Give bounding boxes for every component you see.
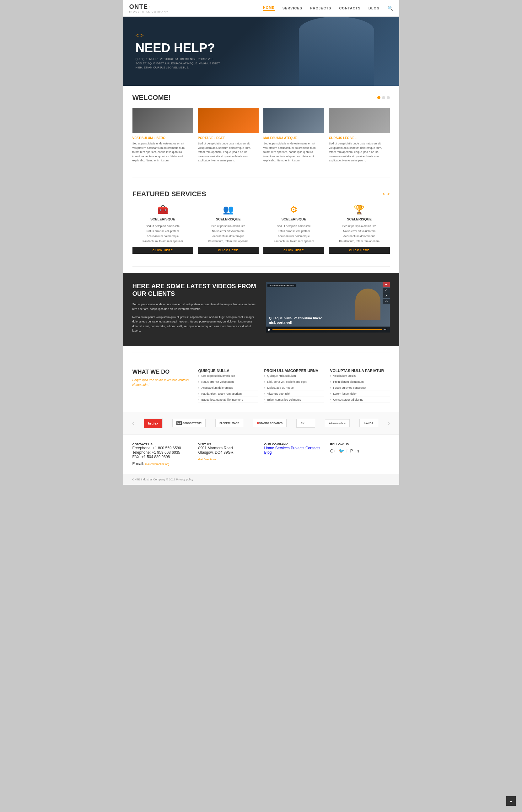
footer-directions-link[interactable]: Get Directions (198, 458, 258, 461)
partner-logo-7[interactable]: LAURA (359, 419, 378, 427)
partners-next-btn[interactable]: › (388, 420, 389, 426)
list-item: Nisl, porta vel, scelerisque eget (264, 379, 324, 385)
nav-home[interactable]: HOME (263, 6, 275, 11)
partners-prev-btn[interactable]: ‹ (133, 420, 134, 426)
service-list-item: Accusantium doloremque (329, 234, 390, 239)
video-watch-btn[interactable]: ⏱ (383, 288, 389, 293)
service-click-btn-2[interactable]: CLICK HERE (198, 247, 259, 254)
partner-logo-3[interactable]: ELSBETH MARS (215, 419, 243, 427)
dot-3[interactable] (387, 96, 390, 99)
social-twitter-icon[interactable]: 🐦 (339, 449, 344, 453)
card-link-4[interactable]: CURSUS LEO VEL (329, 136, 390, 140)
list-item: Malesuada at, neque (264, 385, 324, 391)
list-item: Vestibulum iaculis (330, 373, 390, 379)
partner-logo-4[interactable]: KSTANTO CREATIVO (253, 419, 286, 427)
nav-services[interactable]: SERVICES (282, 6, 302, 10)
header: ONTE° INDUSTRIAL COMPANY HOME SERVICES P… (123, 0, 399, 17)
service-list-item: Kaudantium, totam rem aperiam (198, 239, 259, 244)
video-thumbnail: Insurance from Fidel Alimi ❤ ⏱ ↗ </> Qui… (266, 282, 390, 333)
service-card-2: 👥 SCELERISQUE Sed ut perspicia omnis ist… (198, 204, 259, 254)
card-text-2: Sed ut perspiciatis unde oste natus err … (198, 142, 259, 163)
hero-description: QUISQUE NULLA. VESTIBULUM LIBERO NISL, P… (136, 57, 223, 70)
service-list-item: Accusantium doloremque (263, 234, 324, 239)
logo-sub: INDUSTRIAL COMPANY (129, 11, 168, 13)
service-icon-2: 👥 (198, 204, 259, 215)
service-list-item: Accusantium doloremque (198, 234, 259, 239)
partner-logo-2[interactable]: M4 CONSECTETUR (172, 419, 206, 427)
service-name-4: SCELERISQUE (329, 217, 390, 221)
service-list-item: Kaudantium, totam rem aperiam (263, 239, 324, 244)
services-nav-icons[interactable]: < > (382, 191, 389, 197)
service-list-4: Sed ut perspicia omnis iste Natus error … (329, 223, 390, 244)
card-text-1: Sed ut perspiciatis unde oste natus err … (133, 142, 193, 163)
footer-company-blog[interactable]: Blog (264, 450, 272, 455)
videos-section: HERE ARE SOME LATEST VIDEOS FROM OUR CLI… (123, 273, 399, 346)
list-item: Vivamus eget nibh (264, 391, 324, 397)
card-link-2[interactable]: PORTA VEL EGET (198, 136, 259, 140)
whatwedo-grid: WHAT WE DO Eaque ipsa uae ab illo invent… (133, 369, 390, 403)
search-icon[interactable]: 🔍 (388, 6, 393, 11)
footer-company-contacts[interactable]: Contacts (305, 446, 320, 450)
social-facebook-icon[interactable]: f (346, 449, 348, 453)
whatwedo-col1: QUISQUE NULLA Sed ut perspicia omnis ist… (198, 369, 258, 403)
hero-arrows-icon: < > (136, 32, 223, 39)
footer: CONTACT US Freephone: +1 800 559 6580 Te… (123, 434, 399, 474)
partner-logo-5[interactable]: SK (296, 419, 315, 428)
list-item: Sed ut perspicia omnis iste (198, 373, 258, 379)
footer-company-projects[interactable]: Projects (291, 446, 304, 450)
list-item: Lorem ipsum dolor (330, 391, 390, 397)
nav-projects[interactable]: PROJECTS (310, 6, 331, 10)
progress-bar[interactable] (273, 330, 382, 330)
play-icon[interactable]: ▶ (268, 328, 271, 331)
card-link-3[interactable]: MALESUADA ATEQUE (263, 136, 324, 140)
video-controls: ▶ HD (266, 326, 390, 333)
videos-desc-2: Nemo enim ipsum voluptatem quia oluptas … (133, 315, 257, 333)
nav-contacts[interactable]: CONTACTS (339, 6, 360, 10)
card-image-3 (263, 108, 324, 133)
service-name-1: SCELERISQUE (133, 217, 193, 221)
video-time: HD (384, 328, 387, 331)
service-click-btn-3[interactable]: CLICK HERE (263, 247, 324, 254)
video-share-btn[interactable]: ↗ (383, 293, 389, 298)
whatwedo-col2-heading: PROIN ULLAMCORPER URNA (264, 369, 324, 373)
video-player[interactable]: Insurance from Fidel Alimi ❤ ⏱ ↗ </> Qui… (266, 282, 390, 333)
card-text-4: Sed ut perspiciatis unde oste natus err … (329, 142, 390, 163)
service-list-item: Kaudantium, totam rem aperiam (133, 239, 193, 244)
list-item: Fusce euismod consequat (330, 385, 390, 391)
service-list-item: Natus error sit voluptatem (198, 229, 259, 234)
divider-3 (133, 353, 390, 353)
service-list-item: Sed ut perspicia omnis iste (329, 223, 390, 229)
social-google-plus-icon[interactable]: G+ (330, 449, 336, 453)
list-item: Eaque ipsa quae ab illo inventore (198, 397, 258, 403)
footer-email-link[interactable]: mail@demolink.org (145, 462, 169, 466)
video-embed-btn[interactable]: </> (383, 299, 389, 304)
videos-desc-1: Sed ut perspiciatis unde omnis istes err… (133, 302, 257, 311)
card-image-4 (329, 108, 390, 133)
hero-section: < > NEED HELP? QUISQUE NULLA. VESTIBULUM… (123, 17, 399, 86)
dot-2[interactable] (382, 96, 385, 99)
dot-1[interactable] (377, 96, 380, 99)
service-card-4: 🏆 SCELERISQUE Sed ut perspicia omnis ist… (329, 204, 390, 254)
footer-social-title: FOLLOW US (330, 442, 390, 446)
footer-company-services[interactable]: Services (275, 446, 290, 450)
partner-logo-1[interactable]: brulex (144, 419, 163, 428)
service-list-3: Sed ut perspicia omnis iste Natus error … (263, 223, 324, 244)
list-item: Etiam cursus leo vel metus (264, 397, 324, 403)
service-card-3: ⚙ SCELERISQUE Sed ut perspicia omnis ist… (263, 204, 324, 254)
video-like-btn[interactable]: ❤ (383, 282, 389, 287)
footer-freephone: Freephone: +1 800 559 6580 (133, 446, 192, 450)
social-linkedin-icon[interactable]: in (356, 449, 359, 453)
partner-logo-6[interactable]: Aliquam sphere (325, 419, 350, 427)
card-link-1[interactable]: VESTIBULUM LIBERO (133, 136, 193, 140)
service-click-btn-4[interactable]: CLICK HERE (329, 247, 390, 254)
whatwedo-col2-list: Quisque nulla stibulum Nisl, porta vel, … (264, 373, 324, 403)
list-item: Consectetuer adipiscing (330, 397, 390, 403)
welcome-section: WELCOME! VESTIBULUM LIBERO Sed ut perspi… (123, 86, 399, 171)
whatwedo-section: WHAT WE DO Eaque ipsa uae ab illo invent… (123, 359, 399, 412)
social-pinterest-icon[interactable]: P (350, 449, 353, 453)
footer-company-home[interactable]: Home (264, 446, 274, 450)
whatwedo-col1-heading: QUISQUE NULLA (198, 369, 258, 373)
service-click-btn-1[interactable]: CLICK HERE (133, 247, 193, 254)
nav-blog[interactable]: BLOG (368, 6, 380, 10)
service-name-2: SCELERISQUE (198, 217, 259, 221)
